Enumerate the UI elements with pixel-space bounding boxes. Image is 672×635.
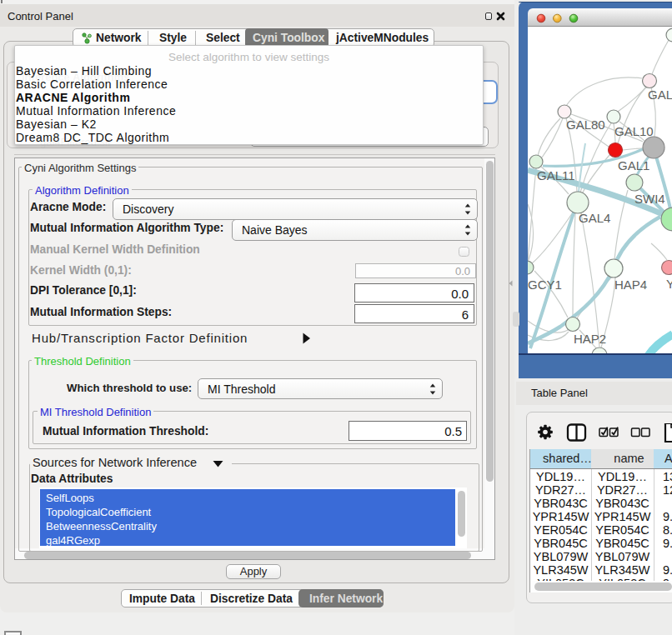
svg-text:HAP2: HAP2 <box>574 332 606 346</box>
svg-text:GAL11: GAL11 <box>537 168 575 182</box>
svg-text:GCY1: GCY1 <box>528 278 562 292</box>
svg-text:YP: YP <box>666 277 672 291</box>
svg-text:GAL10: GAL10 <box>614 124 654 138</box>
svg-text:GAL80: GAL80 <box>566 118 605 132</box>
svg-text:SWI4: SWI4 <box>634 192 665 206</box>
svg-text:GAL7: GAL7 <box>648 88 672 102</box>
svg-text:GAL1: GAL1 <box>618 158 649 172</box>
svg-text:GAL4: GAL4 <box>579 211 610 225</box>
svg-text:HAP4: HAP4 <box>614 278 647 292</box>
